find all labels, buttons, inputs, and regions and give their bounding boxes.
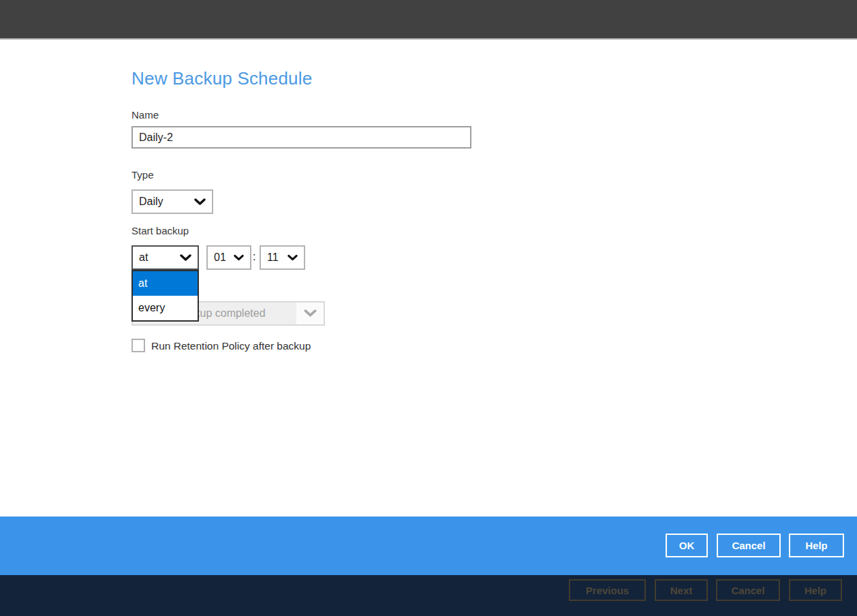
wizard-cancel-button: Cancel [716,579,780,601]
start-mode-select-value: at [139,251,148,264]
top-bar [0,0,857,40]
type-select-value: Daily [139,196,163,208]
time-separator: : [253,251,255,263]
hour-select-value: 01 [214,251,226,264]
type-select[interactable]: Daily [131,189,213,214]
type-label: Type [131,169,154,181]
start-mode-dropdown-list: at every [131,270,199,322]
start-backup-label: Start backup [131,225,189,236]
chevron-down-icon [180,254,191,262]
retention-checkbox[interactable] [131,339,145,352]
hour-select[interactable]: 01 [206,245,251,270]
ok-button[interactable]: OK [666,534,708,557]
minute-select-value: 11 [267,251,279,264]
minute-select[interactable]: 11 [260,245,305,270]
cancel-button[interactable]: Cancel [717,534,781,557]
name-label: Name [131,109,159,121]
dropdown-option-every[interactable]: every [133,296,198,320]
start-mode-select[interactable]: at [131,245,199,270]
previous-button: Previous [569,579,646,601]
help-button[interactable]: Help [789,534,844,557]
retention-checkbox-label: Run Retention Policy after backup [151,340,311,352]
wizard-help-button: Help [789,579,842,601]
page-title: New Backup Schedule [131,68,312,89]
chevron-down-icon [194,198,206,206]
chevron-down-icon [287,254,298,262]
backup-schedule-window: New Backup Schedule Name Type Daily Star… [0,0,857,616]
name-input[interactable] [131,126,471,149]
next-button: Next [655,579,708,601]
chevron-down-icon [296,303,324,324]
chevron-down-icon [234,254,244,262]
dropdown-option-at[interactable]: at [133,271,198,296]
